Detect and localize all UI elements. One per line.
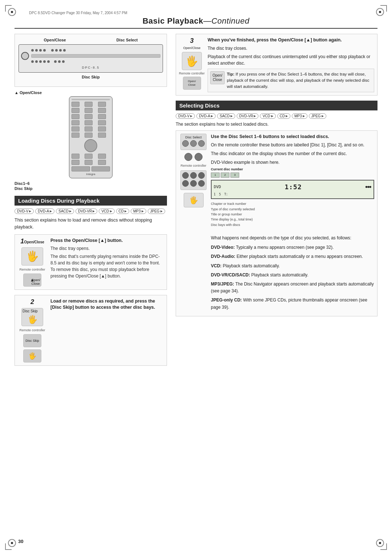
right-column: 3 Open/Close 🖐 Remote controller Open/Cl…: [176, 34, 377, 371]
sel-format-mp3: MP3▶: [292, 113, 307, 119]
step-1-number: 1Open/Close: [20, 238, 44, 245]
disc-display-note2: DVD-Video example is shown here.: [211, 159, 374, 166]
sel-format-sacd: SACD▶: [217, 113, 235, 119]
step-3-icon-label: Open/Close: [183, 46, 201, 50]
tip-body: If you press one of the Disc Select 1–6 …: [227, 72, 369, 89]
remote-diagram: Integra: [69, 96, 113, 178]
playback-types: DVD-Video: Typically a menu appears onsc…: [211, 244, 374, 311]
type-vcd: VCD:: [211, 263, 221, 268]
type-dvdaudio: DVD-Audio:: [211, 254, 235, 259]
disc-select-body: Use the Disc Select 1–6 buttons to selec…: [211, 134, 374, 313]
format-mp3: MP3▶: [131, 208, 146, 214]
hand-remote-label: 🖐: [184, 193, 204, 207]
step-1-icon: 🖐: [21, 247, 43, 266]
sel-format-cd: CD▶: [277, 113, 290, 119]
loading-intro: This section explains how to load and re…: [15, 217, 167, 231]
label-disc-select-top: Disc Select: [117, 38, 138, 42]
step-1-body: The disc tray opens. The disc that's cur…: [50, 245, 164, 279]
left-column: Open/Close Disc Select: [15, 34, 167, 371]
step-3-block: 3 Open/Close 🖐 Remote controller Open/Cl…: [176, 34, 377, 96]
step-3-body2: Playback of the current disc continues u…: [208, 53, 374, 66]
step-3-title: When you've finished, press the Open/Clo…: [208, 37, 374, 44]
type-dvdvideo: DVD-Video:: [211, 245, 235, 250]
selecting-section-header: Selecting Discs: [176, 101, 377, 110]
tip-block: Open/Close Tip: If you press one of the …: [208, 69, 374, 93]
disc-select-title: Use the Disc Select 1–6 buttons to selec…: [211, 134, 374, 140]
step-2-remote-label: Remote controller: [19, 328, 45, 332]
step-1-icon-label: Open/Close: [24, 240, 44, 244]
page-number: 30: [18, 539, 23, 544]
step-3-remote-icon: Open/Close: [183, 77, 201, 90]
time-display-label: Time display (e.g., total time): [211, 218, 253, 221]
display-diagram: DVD 1:52 ●●● 1 5 T:: [211, 180, 374, 199]
title-group-label: Title or group number: [211, 212, 242, 216]
step-2-title: Load or remove discs as required, and pr…: [50, 298, 164, 311]
tip-icon: Open/Close: [210, 71, 225, 84]
label-open-close-left: ▲ Open/Close: [15, 90, 167, 95]
step-2-icon: Disc Skip 🖐: [21, 308, 43, 326]
step-1-remote-icon: ▲ Open/Close: [23, 274, 41, 287]
current-disc-label: Current disc number: [211, 167, 374, 172]
format-dvda: DVD-A▶: [35, 208, 54, 214]
step-3-number: 3: [190, 37, 194, 45]
selecting-intro: The section explains how to select loade…: [176, 122, 377, 127]
loading-section-header: Loading Discs During Playback: [15, 196, 167, 206]
chapter-track-label: Chapter or track number: [211, 202, 246, 206]
sel-format-dvdv: DVD-V▶: [176, 113, 195, 119]
format-cd: CD▶: [116, 208, 129, 214]
type-jpegcd: JPEG-only CD:: [211, 297, 242, 303]
step-2-block: 2 Disc Skip 🖐 Remote controller Disc Ski…: [15, 295, 167, 366]
disc-select-remote-bottom: [180, 170, 207, 190]
step-3-icon: 🖐: [182, 52, 202, 70]
disc-skip-label-top: Disc Skip: [19, 75, 163, 79]
label-disc-skip-left: Disc Skip: [15, 186, 167, 191]
step-3-body1: The disc tray closes.: [208, 45, 374, 52]
format-sacd: SACD▶: [56, 208, 74, 214]
disc-bays-label: Disc bays with discs: [211, 223, 240, 227]
what-happens: What happens next depends on the type of…: [211, 235, 374, 241]
disc-select-step: Disc Select Remote controller: [176, 130, 377, 316]
disc-type-label: Type of disc currently selected: [211, 207, 255, 211]
sel-format-dvdvr: DVD-VR▶: [237, 113, 258, 119]
remote-controller-label: Remote controller: [180, 164, 206, 167]
disc-select-body1: On the remote controller these buttons a…: [211, 142, 374, 148]
select-hand-icon: 🖐: [184, 193, 204, 207]
selecting-formats: DVD-V▶ DVD-A▶ SACD▶ DVD-VR▶ VCD▶ CD▶ MP3…: [176, 113, 377, 119]
step-2-remote-icon: Disc Skip: [23, 334, 41, 347]
label-disc1-6: Disc1–6: [15, 181, 167, 186]
format-vcd: VCD▶: [99, 208, 114, 214]
tip-text: Tip: If you press one of the Disc Select…: [227, 71, 372, 90]
page-title-main: Basic Playback: [143, 16, 203, 25]
step-1-title: Press the Open/Close [▲] button.: [50, 238, 164, 244]
type-mp3jpeg: MP3/JPEG:: [211, 281, 234, 287]
page-title-suffix: —Continued: [203, 16, 249, 25]
type-dvdvr: DVD-VR/CD/SACD:: [211, 272, 250, 278]
sel-format-vcd: VCD▶: [260, 113, 275, 119]
page-title: Basic Playback—Continued: [15, 16, 377, 29]
label-open-close-top: Open/Close: [44, 38, 66, 42]
format-jpeg: JPEG▶: [148, 208, 165, 214]
step-1-block: 1Open/Close 🖐 Remote controller ▲ Open/C…: [15, 234, 167, 290]
disc-display-note1: The disc indicator on the display shows …: [211, 150, 374, 157]
step-3-remote-label: Remote controller: [179, 72, 205, 75]
loading-formats: DVD-V▶ DVD-A▶ SACD▶ DVD-VR▶ VCD▶ CD▶ MP3…: [15, 208, 167, 214]
step-2-number: 2: [30, 298, 34, 306]
step-1-remote-label: Remote controller: [19, 268, 45, 271]
header-meta: DPC 8.5DVD Changer Page 30 Friday, May 7…: [29, 11, 377, 15]
device-diagram: Open/Close Disc Select: [15, 34, 167, 87]
sel-format-jpeg: JPEG▶: [309, 113, 326, 119]
display-labels: Chapter or track number Type of disc cur…: [211, 201, 374, 227]
sel-format-dvda: DVD-A▶: [196, 113, 216, 119]
device-circle: [21, 52, 29, 60]
format-dvdvr: DVD-VR▶: [75, 208, 97, 214]
step-2-remote-icon2: 🖐: [23, 349, 41, 362]
disc-select-remote-top: Disc Select: [180, 134, 207, 150]
format-dvdv: DVD-V▶: [15, 208, 34, 214]
